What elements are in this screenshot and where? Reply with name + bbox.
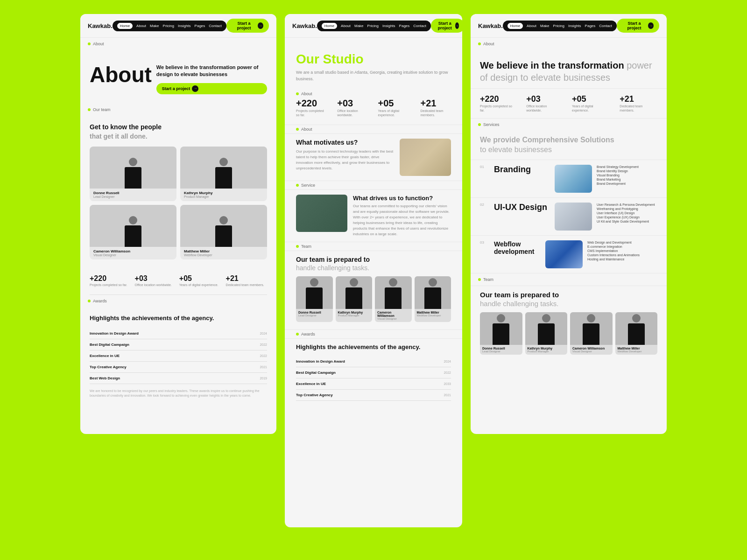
left-belief-text: We believe in the transformation power o…	[156, 64, 259, 77]
right-logo: Kawkab.	[478, 22, 503, 29]
center-nav-home[interactable]: Home	[322, 23, 337, 29]
right-nav-pricing[interactable]: Pricing	[553, 24, 564, 28]
center-hero: Our Studio We are a small studio based i…	[285, 38, 462, 90]
left-nav-make[interactable]: Make	[150, 24, 159, 28]
right-service-list-item-0-2: Visual Branding	[597, 173, 657, 177]
center-start-button[interactable]: Start a project →	[431, 19, 462, 33]
left-team-card-3: Matthew Miller Webflow Developer	[180, 205, 267, 259]
center-person-head-3	[429, 278, 437, 287]
left-start-button[interactable]: Start a project →	[226, 19, 269, 33]
right-service-img-0	[555, 165, 592, 193]
left-hero-cta[interactable]: Start a project →	[156, 83, 267, 94]
right-start-button[interactable]: Start a project →	[617, 19, 659, 33]
right-service-list-item-2-0: Web Design and Development	[587, 240, 657, 245]
right-nav-home[interactable]: Home	[507, 23, 523, 29]
left-team-card-2: Cameron Williamson Visual Designer	[90, 205, 176, 259]
right-team-img-3	[615, 312, 658, 345]
center-person-head-2	[389, 278, 397, 287]
right-person-fig-2	[570, 312, 613, 345]
left-stat-label-1: Office location worldwide.	[135, 283, 172, 287]
left-nav-home[interactable]: Home	[117, 23, 133, 29]
person-fig-3	[180, 205, 267, 247]
right-member-role-2: Visual Designer	[572, 350, 610, 353]
right-belief: We believe in the transformation power o…	[480, 59, 657, 84]
right-nav-pages[interactable]: Pages	[585, 24, 596, 28]
right-panel: Kawkab. Home About Make Pricing Insights…	[471, 14, 667, 434]
right-nav-about[interactable]: About	[527, 24, 536, 28]
left-member-name-1: Kathryn Murphy	[184, 191, 263, 195]
right-service-num-2: 03	[480, 240, 489, 268]
right-member-name-2: Cameron Williamson	[572, 347, 610, 350]
center-nav-make[interactable]: Make	[354, 24, 364, 28]
center-motivates-section: What motivates us? Our purpose is to con…	[285, 133, 462, 181]
left-nav-insights[interactable]: Insights	[178, 24, 191, 28]
center-drives-image	[296, 195, 347, 232]
center-stat-num-0: +220	[296, 98, 326, 109]
right-nav[interactable]: Home About Make Pricing Insights Pages C…	[503, 21, 617, 31]
left-nav[interactable]: Home About Make Pricing Insights Pages C…	[113, 21, 226, 31]
right-person-fig-0	[480, 312, 522, 345]
left-team-heading: Get to know the people	[90, 123, 267, 131]
right-team-grid: Donne Russell Lead Designer Kathryn Murp…	[480, 312, 657, 355]
left-award-year-4: 2019	[260, 377, 267, 380]
left-team-img-2	[90, 205, 176, 247]
center-navbar-actions: Start a project →	[431, 19, 462, 33]
person-head-3	[219, 216, 228, 224]
left-navbar: Kawkab. Home About Make Pricing Insights…	[80, 14, 276, 38]
center-member-role-0: Lead Designer	[298, 314, 331, 317]
right-services-heading-strong: Comprehensive Solutions	[522, 136, 614, 144]
center-member-name-2: Cameron Williamson	[377, 311, 409, 317]
right-member-role-1: Product Manager	[528, 350, 565, 353]
right-service-list-item-0-3: Brand Marketing	[597, 177, 657, 182]
center-stat-label-2: Years of digital experience.	[378, 109, 409, 117]
right-nav-make[interactable]: Make	[540, 24, 550, 28]
person-head-0	[129, 158, 137, 166]
person-head-2	[129, 216, 137, 224]
left-member-role-0: Lead Designer	[93, 195, 173, 198]
left-stat-num-1: +03	[135, 274, 172, 283]
left-nav-contact[interactable]: Contact	[209, 24, 222, 28]
center-nav-about[interactable]: About	[341, 24, 351, 28]
right-service-list-item-0-1: Brand Identity Design	[597, 169, 657, 173]
center-member-role-3: Webflow Developer	[417, 314, 449, 317]
right-member-name-0: Donne Russell	[482, 347, 520, 350]
left-member-role-1: Product Manager	[184, 195, 263, 198]
right-team-info-0: Donne Russell Lead Designer	[480, 345, 522, 355]
left-nav-about[interactable]: About	[136, 24, 146, 28]
center-nav-pages[interactable]: Pages	[399, 24, 410, 28]
left-award-year-1: 2022	[260, 343, 267, 346]
person-fig-1	[180, 147, 267, 189]
center-nav[interactable]: Home About Make Pricing Insights Pages C…	[317, 21, 431, 31]
center-award-year-0: 2024	[444, 360, 451, 363]
center-award-2: Excellence in UE 2033	[296, 378, 451, 390]
center-team-info-3: Matthew Miller Webflow Developer	[415, 309, 451, 319]
right-stat-num-0: +220	[480, 94, 517, 104]
right-nav-insights[interactable]: Insights	[568, 24, 581, 28]
left-award-2: Excellence in UE 2022	[90, 350, 267, 362]
right-start-label: Start a project	[622, 21, 646, 30]
center-awards-em: Highlights the achievements	[296, 343, 378, 350]
right-team-heading: Our team is prepared to	[480, 291, 657, 299]
center-nav-contact[interactable]: Contact	[413, 24, 426, 28]
right-team-img-0	[480, 312, 522, 345]
center-logo: Kawkab.	[292, 22, 317, 29]
left-nav-pages[interactable]: Pages	[195, 24, 205, 28]
center-drives-title: What drives us to function?	[353, 195, 451, 202]
right-team-card-3: Matthew Miller Webflow Developer	[615, 312, 658, 355]
left-team-section: Get to know the people that get it all d…	[80, 116, 276, 267]
right-nav-contact[interactable]: Contact	[599, 24, 612, 28]
left-start-label: Start a project	[232, 21, 256, 30]
right-service-list-item-2-1: E-commerce Integration	[587, 245, 657, 249]
left-team-sub: that get it all done.	[90, 133, 267, 140]
right-service-img-1	[555, 203, 592, 231]
center-member-role-1: Product Manager	[338, 314, 370, 317]
center-team-card-2: Cameron Williamson Visual Designer	[375, 276, 412, 322]
left-nav-pricing[interactable]: Pricing	[163, 24, 174, 28]
left-team-info-0: Donne Russell Lead Designer	[90, 189, 176, 201]
center-member-role-2: Visual Designer	[377, 317, 409, 320]
left-page-title: About	[90, 64, 152, 85]
center-nav-pricing[interactable]: Pricing	[367, 24, 379, 28]
center-navbar: Kawkab. Home About Make Pricing Insights…	[285, 14, 462, 38]
person-body-3	[215, 225, 232, 247]
center-nav-insights[interactable]: Insights	[382, 24, 395, 28]
